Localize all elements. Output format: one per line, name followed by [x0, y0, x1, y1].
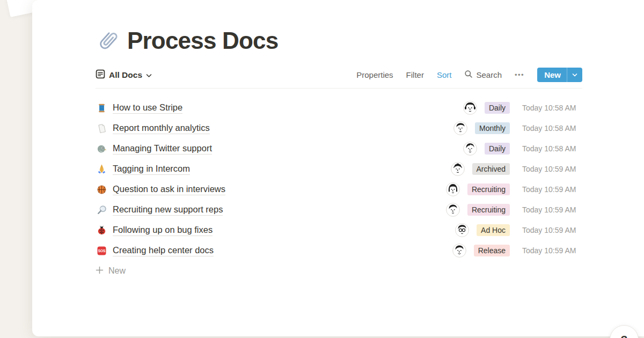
thread-spool-icon [96, 102, 108, 114]
status-tag: Archived [472, 163, 510, 175]
doc-title: Question to ask in interviews [113, 184, 225, 195]
timestamp: Today 10:59 AM [522, 226, 582, 234]
new-button[interactable]: New [537, 68, 567, 82]
status-tag: Release [474, 245, 510, 256]
doc-title: Following up on bug fixes [113, 225, 213, 236]
search-button[interactable]: Search [464, 70, 502, 80]
docs-table: How to use Stripe Daily Today 1 [96, 98, 582, 281]
timestamp: Today 10:59 AM [522, 165, 582, 173]
view-switcher-all-docs[interactable]: All Docs [96, 69, 152, 81]
magnifying-glass-icon [96, 204, 108, 216]
doc-row[interactable]: How to use Stripe Daily Today 1 [96, 98, 582, 118]
doc-row[interactable]: Tagging in Intercom Archived Today 10:59… [96, 159, 582, 179]
properties-button[interactable]: Properties [356, 70, 393, 79]
svg-text:SOS: SOS [98, 249, 106, 253]
lady-beetle-icon [96, 224, 108, 237]
basketball-icon [96, 183, 108, 196]
new-button-group: New [537, 68, 582, 82]
chevron-down-icon [146, 70, 152, 80]
sos-icon: SOS [96, 245, 108, 257]
doc-row[interactable]: Managing Twitter support Daily Today 10:… [96, 138, 582, 159]
doc-row[interactable]: Following up on bug fixes Ad Hoc Today 1… [96, 220, 582, 240]
doc-title: Report monthly analytics [113, 123, 210, 134]
sort-button[interactable]: Sort [437, 70, 452, 79]
toolbar-actions: Properties Filter Sort Search ••• New [356, 68, 582, 82]
status-tag: Monthly [475, 122, 510, 134]
avatar-man-glasses [455, 223, 469, 237]
list-view-icon [96, 69, 105, 81]
doc-row[interactable]: Report monthly analytics Monthly Today 1… [96, 118, 582, 138]
avatar-woman-headphones [463, 101, 477, 115]
timestamp: Today 10:58 AM [522, 124, 582, 133]
status-tag: Daily [485, 102, 510, 114]
timestamp: Today 10:59 AM [522, 205, 582, 214]
page-title: Process Docs [127, 27, 278, 54]
filter-button[interactable]: Filter [406, 70, 424, 79]
doc-title: Tagging in Intercom [113, 164, 190, 175]
timestamp: Today 10:58 AM [522, 104, 582, 112]
toolbar: All Docs Properties Filter Sort [96, 68, 582, 89]
notion-page-card: Process Docs All Docs [32, 0, 644, 336]
avatar-man-curly [451, 162, 465, 176]
status-tag: Ad Hoc [477, 224, 510, 236]
status-tag: Daily [485, 143, 510, 155]
new-button-caret[interactable] [567, 68, 582, 82]
timestamp: Today 10:58 AM [522, 144, 582, 153]
doc-row[interactable]: Question to ask in interviews Recruiting… [96, 179, 582, 200]
avatar-woman-bob [446, 182, 460, 196]
status-tag: Recruiting [467, 183, 510, 195]
new-row-button[interactable]: New [96, 261, 582, 281]
search-icon [464, 70, 473, 80]
timestamp: Today 10:59 AM [522, 185, 582, 194]
help-label: ? [621, 333, 628, 338]
doc-row[interactable]: Recruiting new support reps Recruiting T… [96, 200, 582, 220]
more-options-button[interactable]: ••• [515, 71, 524, 79]
doc-title: Managing Twitter support [113, 143, 212, 155]
plus-icon [96, 266, 104, 276]
doc-title: How to use Stripe [113, 102, 182, 114]
doc-title: Creating help center docs [113, 245, 214, 256]
doc-row[interactable]: SOS Creating help center docs Release To… [96, 240, 582, 261]
timestamp: Today 10:59 AM [522, 246, 582, 255]
search-label: Search [476, 70, 502, 79]
paperclip-icon[interactable] [96, 28, 120, 53]
new-row-label: New [108, 266, 126, 276]
folded-hands-icon [96, 163, 108, 175]
avatar-man-smile [452, 244, 466, 258]
chevron-down-icon [572, 71, 577, 79]
avatar-man-young [446, 203, 460, 217]
bird-icon [96, 143, 108, 155]
view-switcher-label: All Docs [109, 70, 142, 80]
avatar-man-short-hair [453, 121, 467, 135]
doc-title: Recruiting new support reps [113, 204, 223, 216]
page-curl-icon [96, 122, 108, 135]
avatar-man-side-part [463, 142, 477, 156]
status-tag: Recruiting [467, 204, 510, 216]
page-header: Process Docs [96, 27, 582, 55]
